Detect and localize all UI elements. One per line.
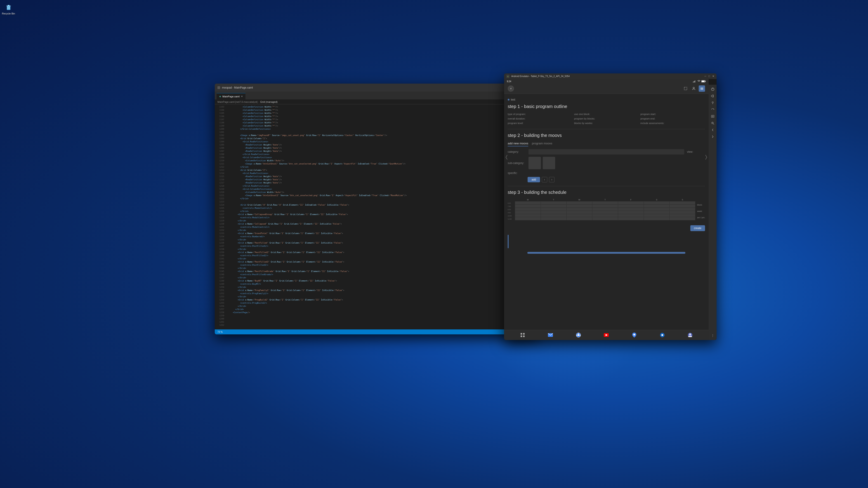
location-button[interactable] — [710, 100, 715, 105]
cell-Sa-4[interactable] — [644, 211, 670, 214]
volume-up-button[interactable] — [710, 93, 715, 99]
android-close-button[interactable]: ✕ — [712, 75, 714, 78]
avatar-icon[interactable] — [686, 331, 694, 339]
cell-T-1[interactable] — [541, 201, 566, 204]
android-maximize-button[interactable]: □ — [708, 75, 710, 78]
back-arrow-button[interactable] — [710, 127, 715, 133]
cell-M-3[interactable] — [515, 207, 541, 211]
cell-Su-4[interactable] — [670, 211, 695, 214]
cell-W-2[interactable] — [566, 204, 592, 207]
cell-Su-6[interactable] — [670, 217, 695, 220]
schedule-layout: 6:00 7:00 8:00 9:00 10:00 11:00 — [508, 199, 705, 221]
cell-Th-4[interactable] — [592, 211, 618, 214]
cell-F-2[interactable] — [618, 204, 644, 207]
cell-Su-1[interactable] — [670, 201, 695, 204]
vscode-tab-mainpage[interactable]: ◈ MainPage.xaml ✕ — [217, 93, 246, 99]
add-button[interactable]: add — [528, 177, 540, 182]
prev-step-arrow[interactable] — [505, 154, 508, 161]
cell-W-5[interactable] — [566, 214, 592, 217]
cell-W-4[interactable] — [566, 211, 592, 214]
day-T2: T — [592, 199, 618, 201]
program-moovs-tab[interactable]: program moovs — [532, 142, 552, 147]
moov-thumb-2[interactable] — [543, 157, 555, 169]
gmail-icon[interactable] — [547, 331, 554, 339]
use-one-block-row: use one block: — [574, 113, 639, 116]
overall-duration-row: overall duration: — [508, 117, 572, 120]
android-minimize-button[interactable]: ─ — [705, 75, 706, 78]
program-level-row: program level: — [508, 122, 572, 125]
cell-Sa-3[interactable] — [644, 207, 670, 211]
maps-icon[interactable] — [631, 331, 638, 339]
cell-Sa-1[interactable] — [644, 201, 670, 204]
rotate-button[interactable] — [710, 107, 715, 112]
create-button[interactable]: create — [690, 225, 705, 231]
cell-W-6[interactable] — [566, 217, 592, 220]
program-level-label: program level: — [508, 122, 572, 125]
forward-arrow-button[interactable] — [710, 134, 715, 139]
cell-M-1[interactable] — [515, 201, 541, 204]
cell-Th-2[interactable] — [592, 204, 618, 207]
cell-Th-3[interactable] — [592, 207, 618, 211]
vscode-statusbar: 73 % ! No Issues found — [215, 329, 538, 334]
step1-info-grid: type of program: use one block: program … — [508, 113, 705, 125]
next-step-arrow[interactable] — [705, 154, 708, 161]
cell-F-4[interactable] — [618, 211, 644, 214]
svg-point-49 — [661, 334, 663, 336]
power-button[interactable] — [710, 87, 715, 92]
cell-Sa-6[interactable] — [644, 217, 670, 220]
cell-M-6[interactable] — [515, 217, 541, 220]
cell-T-5[interactable] — [541, 214, 566, 217]
test-indicator — [508, 99, 509, 101]
category-input[interactable] — [528, 149, 684, 155]
apps-icon[interactable] — [519, 331, 526, 339]
moov-prev-button[interactable]: ‹ — [542, 177, 547, 182]
cell-Th-6[interactable] — [592, 217, 618, 220]
cell-Th-5[interactable] — [592, 214, 618, 217]
cell-W-1[interactable] — [566, 201, 592, 204]
cell-Sa-5[interactable] — [644, 214, 670, 217]
youtube-icon[interactable] — [602, 331, 610, 339]
cell-T-3[interactable] — [541, 207, 566, 211]
cell-W-3[interactable] — [566, 207, 592, 211]
cell-Sa-2[interactable] — [644, 204, 670, 207]
add-new-moovs-tab[interactable]: add new moovs — [508, 142, 528, 147]
zoom-in-button[interactable] — [710, 121, 715, 126]
cell-T-6[interactable] — [541, 217, 566, 220]
divider-2 — [508, 186, 705, 186]
zoom-level: 73 % — [217, 331, 223, 333]
include-assessments-row: include assessments: — [640, 122, 705, 125]
accent-bar-container — [508, 233, 705, 248]
moov-next-button[interactable]: › — [549, 177, 555, 182]
day-S1: S — [644, 199, 670, 201]
menu-icon[interactable] — [699, 86, 705, 92]
user-icon[interactable] — [690, 86, 697, 92]
cell-F-3[interactable] — [618, 207, 644, 211]
schedule-cells[interactable] — [515, 201, 695, 220]
recycle-bin-icon[interactable]: Recycle Bin — [0, 0, 17, 18]
screenshot-button[interactable] — [710, 113, 715, 119]
cell-Su-2[interactable] — [670, 204, 695, 207]
week-label: week: — [697, 210, 705, 213]
cell-M-4[interactable] — [515, 211, 541, 214]
chrome-icon[interactable] — [575, 331, 582, 339]
tab-close-button[interactable]: ✕ — [241, 95, 243, 98]
cell-T-2[interactable] — [541, 204, 566, 207]
cell-F-5[interactable] — [618, 214, 644, 217]
app-scroll-content[interactable]: test step 1 - basic program outline type… — [504, 94, 709, 330]
crop-icon[interactable] — [682, 86, 689, 92]
moov-thumb-1[interactable] — [528, 157, 541, 169]
cell-T-4[interactable] — [541, 211, 566, 214]
cell-M-2[interactable] — [515, 204, 541, 207]
test-badge: test — [508, 98, 515, 101]
chrome2-icon[interactable] — [659, 331, 666, 339]
day-T1: T — [541, 199, 566, 201]
cell-Su-5[interactable] — [670, 214, 695, 217]
cell-Th-1[interactable] — [592, 201, 618, 204]
more-options-button[interactable]: ⋮ — [710, 333, 715, 338]
vscode-code-editor[interactable]: <ColumnDefinition Width="*"/> <ColumnDef… — [226, 104, 538, 329]
cell-M-5[interactable] — [515, 214, 541, 217]
cell-Su-3[interactable] — [670, 207, 695, 211]
cell-F-6[interactable] — [618, 217, 644, 220]
vscode-editor-content: 11931194119511961197 1198119912001201120… — [215, 104, 538, 329]
cell-F-1[interactable] — [618, 201, 644, 204]
